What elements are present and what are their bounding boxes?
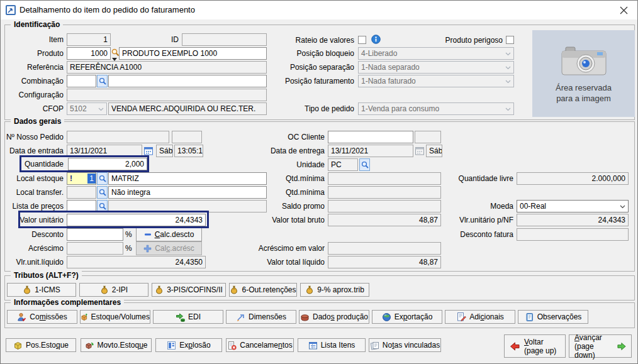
camera-icon: [559, 43, 608, 77]
local-estoque-field[interactable]: !1: [67, 172, 96, 185]
local-transfer-search-button[interactable]: [97, 186, 108, 199]
search-icon: [99, 175, 106, 182]
nosso-pedido-label: Nº Nosso Pedido: [4, 131, 64, 143]
button-ipi-label: 2-IPI: [112, 285, 128, 294]
produto-label: Produto: [13, 47, 64, 60]
quantidade-livre-label: Quantidade livre: [438, 172, 513, 185]
info-icon[interactable]: [371, 35, 381, 44]
chevron-down-icon: [620, 205, 625, 209]
button-avancar[interactable]: Avançar(page down): [569, 334, 632, 358]
button-estoque-volumes[interactable]: Estoque/Volumes: [80, 310, 150, 324]
quantidade-livre-field: 2.000,000: [517, 172, 629, 185]
button-edi[interactable]: EDI: [153, 310, 223, 324]
button-cancelamentos[interactable]: Cancelamentos: [226, 338, 294, 352]
image-placeholder[interactable]: Área reservada para a imagem: [532, 30, 635, 117]
button-edi-label: EDI: [188, 312, 201, 321]
button-avancar-label: Avançar: [574, 333, 613, 342]
produto-code-field[interactable]: 1000: [67, 47, 111, 60]
button-icms[interactable]: 1-ICMS: [7, 283, 76, 297]
qtd-minima-1-field: [328, 172, 441, 185]
button-avancar-sublabel: (page down): [574, 342, 613, 360]
money-bag-icon: [230, 285, 238, 294]
calc-acrescimo-label: Calc.acrésc: [155, 244, 194, 253]
button-notas-vinculadas[interactable]: Notas vinculadas: [369, 338, 441, 352]
button-observacoes-label: Observações: [537, 312, 582, 321]
oc-cliente-field[interactable]: [328, 131, 413, 143]
calc-acrescimo-button: Calc.acrésc: [136, 241, 202, 255]
table-icon: [308, 341, 318, 350]
money-bag-icon: [155, 285, 164, 294]
button-movto-estoque-label: Movto.Estoque: [97, 341, 147, 350]
button-explosao[interactable]: Explosão: [155, 338, 222, 352]
combinacao-code-field[interactable]: [67, 75, 96, 87]
combinacao-search-button[interactable]: [97, 75, 108, 87]
unidade-search-button[interactable]: [359, 158, 370, 171]
produto-desc-field[interactable]: PRODUTO EXEMPLO 1000: [119, 47, 267, 60]
valor-total-liquido-label: Valor total líquido: [249, 256, 325, 268]
button-dados-producao[interactable]: Dados produção: [299, 310, 369, 324]
calc-desconto-button[interactable]: Calc.descto: [136, 228, 202, 241]
unidade-label: Unidade: [252, 158, 325, 171]
valor-unitario-field[interactable]: 24,4343: [67, 214, 206, 226]
button-dimensoes-label: Dimensões: [249, 312, 286, 321]
button-pos-estoque[interactable]: Pos.Estoque: [6, 338, 76, 352]
produto-search-icon[interactable]: [111, 48, 120, 57]
money-bag-icon: [23, 285, 31, 294]
button-exportacao[interactable]: Exportação: [372, 310, 442, 324]
acrescimo-label: Acréscimo: [4, 242, 64, 255]
close-icon[interactable]: [619, 6, 629, 15]
tipo-pedido-select: 1-Venda para consumo: [358, 102, 514, 115]
button-ipi[interactable]: 2-IPI: [79, 283, 148, 297]
button-estoque-volumes-label: Estoque/Volumes: [91, 312, 150, 321]
button-lista-itens[interactable]: Lista Itens: [298, 338, 366, 352]
local-estoque-label: Local estoque: [4, 172, 64, 185]
valor-unitario-label: Valor unitário: [4, 214, 64, 226]
button-aprox-trib[interactable]: 9-% aprox.trib: [300, 283, 369, 297]
posicao-faturamento-value: 1-Nada faturado: [361, 77, 416, 85]
item-label: Item: [13, 33, 64, 46]
production-pot-icon: [300, 312, 310, 322]
search-icon: [99, 189, 106, 196]
money-bag-icon: [305, 285, 314, 294]
quantidade-field[interactable]: 2,000: [68, 158, 147, 170]
note-icon: [525, 312, 534, 322]
app-icon: [6, 5, 16, 15]
moeda-select[interactable]: 00-Real: [517, 200, 629, 212]
tipo-pedido-value: 1-Venda para consumo: [361, 104, 439, 113]
posicao-separacao-select: 1-Nada separado: [358, 61, 514, 74]
group-dados-gerais-title: Dados gerais: [11, 117, 64, 126]
local-transfer-field: [67, 186, 96, 199]
button-voltar[interactable]: Voltar(page up): [504, 334, 566, 358]
rateio-checkbox[interactable]: [358, 36, 366, 44]
desconto-fatura-label: Desconto fatura: [438, 228, 513, 241]
quantidade-label: Quantidade: [4, 158, 64, 170]
button-adicionais[interactable]: Adicionais: [445, 310, 515, 324]
lista-precos-field[interactable]: [67, 200, 96, 212]
qtd-minima-2-label: Qtd.mínima: [252, 186, 325, 199]
button-out-retencoes[interactable]: 6-Out.retenções: [229, 283, 297, 297]
acrescimo-em-valor-field: [328, 242, 441, 255]
calendar-icon[interactable]: [143, 146, 154, 156]
button-observacoes[interactable]: Observações: [518, 310, 588, 324]
valor-total-bruto-label: Valor total bruto: [252, 214, 325, 226]
local-estoque-desc-field: MATRIZ: [108, 172, 267, 185]
button-dimensoes[interactable]: Dimensões: [226, 310, 296, 324]
combinacao-label: Combinação: [10, 75, 64, 87]
saldo-promo-field: [328, 200, 441, 212]
button-comissoes[interactable]: Comissões: [7, 310, 77, 324]
vlr-unitario-nf-label: Vlr.unitário p/NF: [438, 214, 513, 226]
produto-perigoso-checkbox[interactable]: [506, 36, 514, 44]
button-pis-cofins[interactable]: 3-PIS/COFINS/II: [152, 283, 226, 297]
desconto-field[interactable]: [67, 228, 123, 241]
button-movto-estoque[interactable]: Movto.Estoque: [81, 338, 152, 352]
box-arrow-icon: [81, 312, 88, 322]
local-estoque-search-button[interactable]: [97, 172, 108, 185]
acrescimo-field: [67, 242, 123, 255]
lista-precos-search-button[interactable]: [97, 200, 108, 212]
calendar-disabled-icon: [415, 146, 425, 156]
dialog-detalhamento-item: Detalhamento do item do pedido do fatura…: [0, 0, 638, 364]
button-pos-estoque-label: Pos.Estoque: [26, 341, 69, 350]
button-comissoes-label: Comissões: [30, 312, 67, 321]
button-aprox-trib-label: 9-% aprox.trib: [317, 285, 364, 294]
search-icon: [99, 202, 106, 210]
